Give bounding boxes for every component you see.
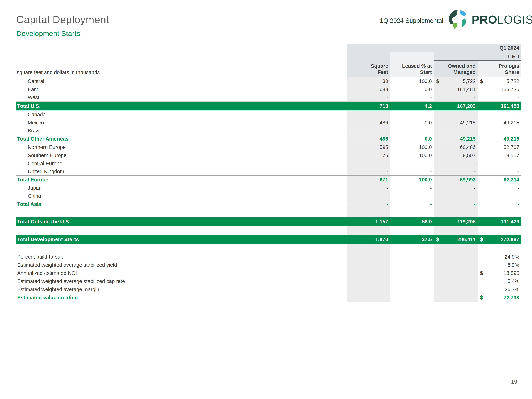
cell-value: - [434,169,476,175]
cell-value: 37.5 [390,237,432,242]
table-gap-row [16,226,521,235]
table-row-brazil: Brazil---- [16,127,521,135]
table-row-total-other-americas: Total Other Americas4860.049,21549,215 [16,135,521,143]
cell-value: 0.0 [390,87,432,92]
cell-square-feet: 486 [347,136,390,142]
cell-value: 4.2 [390,103,432,109]
summary-value-cell: 24.9% [478,254,521,260]
row-label: Central Europe [16,161,347,166]
cell-square-feet: - [347,128,390,134]
cell-value: - [347,169,388,175]
cell-square-feet: 595 [347,144,390,150]
cell-value: 713 [347,103,388,109]
cell-square-feet: 76 [347,152,390,158]
cell-leased-pct-at-start: - [390,185,434,191]
dollar-sign: $ [480,237,483,242]
table-row-central-europe: Central Europe---- [16,159,521,168]
page-title: Capital Deployment [16,13,109,25]
cell-value: 671 [347,177,388,183]
cell-value: - [478,128,519,134]
cell-leased-pct-at-start: - [390,193,434,199]
prologis-wordmark: PROLOGIS® [472,13,532,26]
cell-owned-and-managed: $286,411 [434,237,478,242]
cell-value: 486 [347,136,388,142]
cell-value: 595 [347,144,388,150]
cell-value: 683 [347,87,388,92]
cell-prologis-share: 161,458 [478,103,521,109]
cell-owned-and-managed: 119,208 [434,219,478,225]
table-row-china: China---- [16,192,521,200]
cell-owned-and-managed: 161,481 [434,87,478,92]
cell-value: 5,722 [478,78,519,84]
table-gap-row [16,244,521,253]
cell-value: 155,736 [478,87,519,92]
row-label: Northern Europe [16,144,347,150]
column-header-row: square feet and dollars in thousands Squ… [16,61,521,77]
table-row-northern-europe: Northern Europe595100.060,48652,707 [16,143,521,151]
cell-value: - [347,112,388,118]
table-row-total-europe: Total Europe671100.069,99362,214 [16,176,521,184]
cell-value: - [434,201,476,207]
summary-label: Estimated weighted average stabilized yi… [16,262,478,268]
table-row-east: East6830.0161,481155,736 [16,85,521,94]
prologis-logo: PROLOGIS® [448,9,532,30]
cell-value: 100.0 [390,144,432,150]
cell-leased-pct-at-start: 0.0 [390,136,434,142]
table-row-united-kingdom: United Kingdom---- [16,168,521,176]
row-label: Total U.S. [16,103,347,109]
cell-owned-and-managed: 167,203 [434,103,478,109]
cell-value: 49,215 [434,136,476,142]
cell-value: - [390,128,432,134]
table-row-total-asia: Total Asia---- [16,200,521,208]
period-header-row: Q1 2024 [16,44,521,52]
page-number: 19 [511,379,517,385]
row-label: Total Other Americas [16,136,347,142]
cell-value: - [347,185,388,191]
cell-value: - [390,185,432,191]
cell-leased-pct-at-start: 100.0 [390,177,434,183]
cell-owned-and-managed: - [434,128,478,134]
cell-value: - [478,201,519,207]
summary-label: Estimated weighted average margin [16,287,478,292]
cell-value: 9,507 [478,152,519,158]
cell-value: - [390,95,432,100]
summary-row-percent-build-to-suit: Percent build-to-suit24.9% [16,253,521,261]
table-row-mexico: Mexico4860.049,21549,215 [16,119,521,127]
cell-prologis-share: 52,707 [478,144,521,150]
cell-square-feet: - [347,161,390,166]
page-subtitle: Development Starts [16,29,80,38]
table-row-total-u-s: Total U.S.7134.2167,203161,458 [16,101,521,110]
row-label: East [16,87,347,92]
summary-label: Annualized estimated NOI [16,270,478,276]
cell-prologis-share: $272,887 [478,237,521,242]
cell-owned-and-managed: - [434,169,478,175]
cell-prologis-share: 111,429 [478,219,521,225]
cell-prologis-share: - [478,112,521,118]
cell-owned-and-managed: - [434,201,478,207]
table-row-total-outside-the-u-s: Total Outside the U.S.1,15758.0119,20811… [16,217,521,226]
tei-row-cell-leased [390,52,434,61]
cell-value: - [478,95,519,100]
summary-row-estimated-weighted-average-stabilized-cap-rate: Estimated weighted average stabilized ca… [16,277,521,285]
table-body: Central30100.0$5,722$5,722East6830.0161,… [16,77,521,253]
dollar-sign: $ [436,78,439,84]
cell-owned-and-managed: - [434,161,478,166]
cell-value: 1,157 [347,219,388,225]
cell-prologis-share: - [478,193,521,199]
cell-prologis-share: 155,736 [478,87,521,92]
cell-value: - [347,193,388,199]
cell-square-feet: - [347,201,390,207]
tei-header-row: T E I [16,52,521,61]
prologis-globe-icon [448,9,469,30]
col-header-owned-and-managed: Owned andManaged [434,61,478,77]
cell-value: - [347,128,388,134]
cell-value: 100.0 [390,177,432,183]
col-header-prologis-share: PrologisShare [478,61,521,77]
cell-owned-and-managed: - [434,193,478,199]
cell-value: - [434,193,476,199]
cell-leased-pct-at-start: - [390,95,434,100]
cell-value: 69,993 [434,177,476,183]
cell-square-feet: - [347,193,390,199]
cell-prologis-share: - [478,95,521,100]
cell-value: - [390,161,432,166]
